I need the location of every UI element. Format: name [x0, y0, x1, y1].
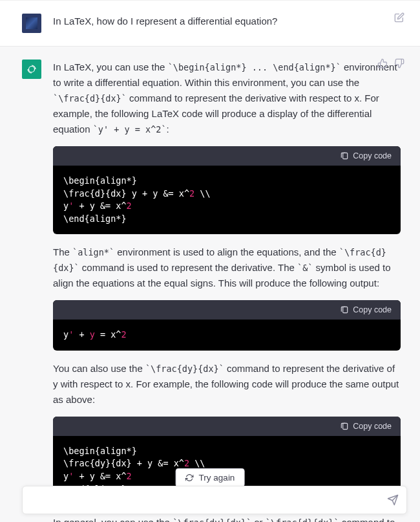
message-input[interactable] — [30, 495, 387, 506]
text: command is used to represent the derivat… — [79, 262, 297, 273]
inline-code: `\frac{dy}{dx}` — [145, 364, 224, 374]
thumbs-down-icon[interactable] — [394, 58, 404, 69]
assistant-message-body: In LaTeX, you can use the `\begin{align*… — [53, 60, 401, 522]
user-message-row: In LaTeX, how do I represent a different… — [0, 0, 420, 46]
inline-code: `\frac{d}{dx}` — [53, 93, 127, 103]
inline-code: `y' + y = x^2` — [93, 124, 167, 135]
code-content: \begin{align*} \frac{d}{dx} y + y &= x^2… — [53, 166, 401, 234]
inline-code: `\frac{d}{dx}` — [266, 517, 339, 522]
text: or — [251, 517, 266, 522]
svg-rect-1 — [343, 153, 348, 158]
text: : — [167, 124, 169, 135]
text: The — [53, 246, 72, 257]
edit-icon[interactable] — [394, 12, 404, 23]
assistant-message-row: In LaTeX, you can use the `\begin{align*… — [0, 46, 420, 522]
send-icon[interactable] — [387, 494, 399, 506]
conversation: In LaTeX, how do I represent a different… — [0, 0, 420, 522]
assistant-p1: In LaTeX, you can use the `\begin{align*… — [53, 60, 401, 137]
assistant-row-actions — [377, 58, 404, 69]
try-again-button[interactable]: Try again — [176, 468, 245, 487]
assistant-p2: The `align*` environment is used to alig… — [53, 245, 401, 291]
clipboard-icon[interactable] — [340, 305, 349, 314]
copy-code-button[interactable]: Copy code — [353, 420, 392, 433]
assistant-avatar — [22, 60, 41, 79]
text: In LaTeX, you can use the — [53, 61, 168, 72]
code-block-header: Copy code — [53, 300, 401, 320]
copy-code-button[interactable]: Copy code — [353, 303, 392, 316]
inline-code: `\begin{align*} ... \end{align*}` — [168, 62, 341, 72]
clipboard-icon[interactable] — [340, 422, 349, 431]
assistant-p4: In general, you can use the `\frac{dy}{d… — [53, 515, 401, 522]
clipboard-icon[interactable] — [340, 151, 349, 160]
inline-code: `&` — [297, 263, 313, 273]
svg-rect-3 — [343, 423, 348, 429]
text: environment is used to align the equatio… — [114, 246, 339, 257]
copy-code-button[interactable]: Copy code — [353, 149, 392, 162]
code-block-1: Copy code \begin{align*} \frac{d}{dx} y … — [53, 146, 401, 234]
code-block-header: Copy code — [53, 417, 401, 436]
user-message-body: In LaTeX, how do I represent a different… — [53, 14, 401, 33]
svg-rect-2 — [343, 307, 348, 313]
text: You can also use the — [53, 363, 145, 374]
code-block-header: Copy code — [53, 146, 401, 166]
message-input-bar — [22, 486, 407, 514]
user-avatar — [22, 14, 41, 33]
refresh-icon — [185, 473, 194, 482]
user-message-text: In LaTeX, how do I represent a different… — [53, 14, 401, 29]
inline-code: `\frac{dy}{dx}` — [173, 517, 251, 522]
thumbs-up-icon[interactable] — [377, 58, 388, 69]
inline-code: `align*` — [72, 247, 114, 257]
try-again-label: Try again — [199, 473, 235, 483]
text: In general, you can use the — [53, 517, 173, 522]
assistant-p3: You can also use the `\frac{dy}{dx}` com… — [53, 361, 401, 408]
code-block-2: Copy code y' + y = x^2 — [53, 300, 401, 351]
code-content: y' + y = x^2 — [53, 320, 401, 351]
user-row-actions — [394, 12, 404, 23]
